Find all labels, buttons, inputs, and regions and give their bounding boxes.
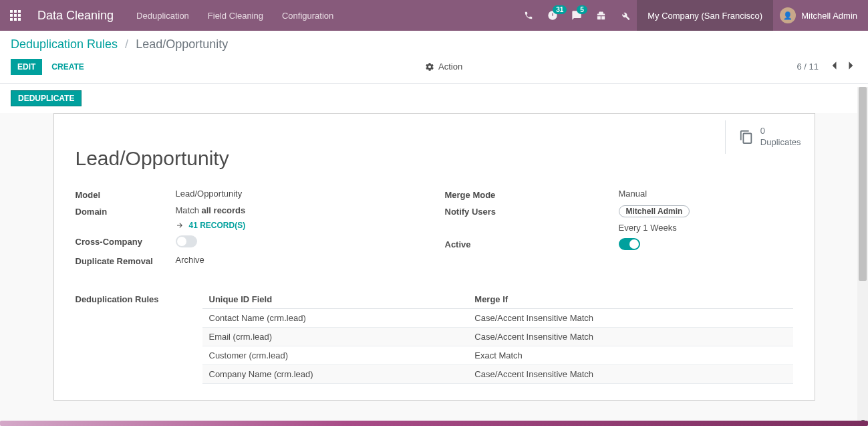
label-cross-company: Cross-Company xyxy=(76,235,176,247)
company-switcher[interactable]: My Company (San Francisco) xyxy=(637,0,773,31)
status-bar: DEDUPLICATE xyxy=(0,84,868,113)
duplicates-label: Duplicates xyxy=(760,137,801,148)
nav-deduplication[interactable]: Deduplication xyxy=(127,0,198,31)
nav-field-cleaning[interactable]: Field Cleaning xyxy=(198,0,273,31)
action-label: Action xyxy=(438,62,462,72)
cell-field: Contact Name (crm.lead) xyxy=(202,309,468,328)
svg-rect-6 xyxy=(10,18,13,21)
pager-next[interactable] xyxy=(845,58,857,75)
records-link-text: 41 RECORD(S) xyxy=(189,221,246,230)
value-frequency: Every 1 Weeks xyxy=(619,223,793,233)
label-duplicate-removal: Duplicate Removal xyxy=(76,255,176,266)
cell-merge-if: Case/Accent Insensitive Match xyxy=(468,309,792,328)
breadcrumb-sep: / xyxy=(121,37,132,51)
scrollbar-thumb[interactable] xyxy=(859,87,867,281)
cell-merge-if: Case/Accent Insensitive Match xyxy=(468,328,792,346)
svg-rect-8 xyxy=(18,18,21,21)
gift-icon[interactable] xyxy=(589,0,613,31)
create-button[interactable]: CREATE xyxy=(45,59,90,75)
table-row[interactable]: Email (crm.lead)Case/Accent Insensitive … xyxy=(202,328,793,346)
label-active: Active xyxy=(445,238,619,249)
control-panel: Deduplication Rules / Lead/Opportunity E… xyxy=(0,31,868,84)
svg-rect-7 xyxy=(14,18,17,21)
svg-rect-1 xyxy=(14,10,17,13)
nav-configuration[interactable]: Configuration xyxy=(273,0,343,31)
pager-prev[interactable] xyxy=(828,58,840,75)
notify-user-tag[interactable]: Mitchell Admin xyxy=(619,205,690,217)
deduplicate-button[interactable]: DEDUPLICATE xyxy=(11,90,82,106)
user-menu[interactable]: 👤 Mitchell Admin xyxy=(773,0,868,31)
svg-rect-2 xyxy=(18,10,21,13)
svg-rect-0 xyxy=(10,10,13,13)
activities-icon[interactable]: 31 xyxy=(541,0,565,31)
value-duplicate-removal: Archive xyxy=(176,255,424,265)
table-row[interactable]: Contact Name (crm.lead)Case/Accent Insen… xyxy=(202,309,793,328)
cell-merge-if: Exact Match xyxy=(468,346,792,365)
messages-badge: 5 xyxy=(577,5,587,14)
arrow-right-icon xyxy=(176,221,184,229)
duplicates-stat-button[interactable]: 0 Duplicates xyxy=(725,120,815,154)
breadcrumb-parent[interactable]: Deduplication Rules xyxy=(11,37,118,51)
value-domain: Match all records xyxy=(176,205,246,215)
cell-merge-if: Case/Accent Insensitive Match xyxy=(468,365,792,384)
apps-menu-icon[interactable] xyxy=(0,0,31,31)
cell-field: Email (crm.lead) xyxy=(202,328,468,346)
svg-rect-3 xyxy=(10,14,13,17)
pager-position[interactable]: 6 / 11 xyxy=(797,62,819,72)
label-frequency xyxy=(445,223,619,224)
avatar: 👤 xyxy=(780,7,796,23)
duplicates-icon xyxy=(739,130,754,144)
svg-rect-5 xyxy=(18,14,21,17)
label-domain: Domain xyxy=(76,205,176,217)
label-merge-mode: Merge Mode xyxy=(445,189,619,200)
breadcrumb: Deduplication Rules / Lead/Opportunity xyxy=(11,37,857,51)
rules-table: Unique ID Field Merge If Contact Name (c… xyxy=(202,290,793,384)
content-scroll[interactable]: DEDUPLICATE 0 Duplicates Lead/Opportunit… xyxy=(0,84,868,423)
top-navbar: Data Cleaning Deduplication Field Cleani… xyxy=(0,0,868,31)
records-link[interactable]: 41 RECORD(S) xyxy=(176,221,424,230)
duplicates-count: 0 xyxy=(760,126,801,137)
tools-icon[interactable] xyxy=(613,0,637,31)
cell-field: Customer (crm.lead) xyxy=(202,346,468,365)
app-brand[interactable]: Data Cleaning xyxy=(31,9,127,23)
toggle-cross-company[interactable] xyxy=(176,235,197,247)
cell-field: Company Name (crm.lead) xyxy=(202,365,468,384)
table-row[interactable]: Company Name (crm.lead)Case/Accent Insen… xyxy=(202,365,793,384)
svg-rect-4 xyxy=(14,14,17,17)
bottom-stripe xyxy=(0,421,868,426)
value-merge-mode: Manual xyxy=(619,189,793,199)
label-notify-users: Notify Users xyxy=(445,205,619,217)
user-name: Mitchell Admin xyxy=(801,11,857,21)
scrollbar[interactable]: ▾ xyxy=(857,87,868,426)
messages-icon[interactable]: 5 xyxy=(565,0,589,31)
action-menu[interactable]: Action xyxy=(425,62,462,72)
breadcrumb-current: Lead/Opportunity xyxy=(136,37,228,51)
toggle-active[interactable] xyxy=(619,238,640,250)
label-model: Model xyxy=(76,189,176,200)
record-title: Lead/Opportunity xyxy=(76,147,793,170)
edit-button[interactable]: EDIT xyxy=(11,59,42,75)
form-sheet: 0 Duplicates Lead/Opportunity Model Lead… xyxy=(53,113,815,401)
col-merge-if: Merge If xyxy=(468,290,792,309)
value-model: Lead/Opportunity xyxy=(176,189,424,199)
gear-icon xyxy=(425,62,434,72)
col-unique-id: Unique ID Field xyxy=(202,290,468,309)
phone-icon[interactable] xyxy=(517,0,541,31)
table-row[interactable]: Customer (crm.lead)Exact Match xyxy=(202,346,793,365)
nav-menu: Deduplication Field Cleaning Configurati… xyxy=(127,0,343,31)
label-dedup-rules: Deduplication Rules xyxy=(76,290,202,384)
